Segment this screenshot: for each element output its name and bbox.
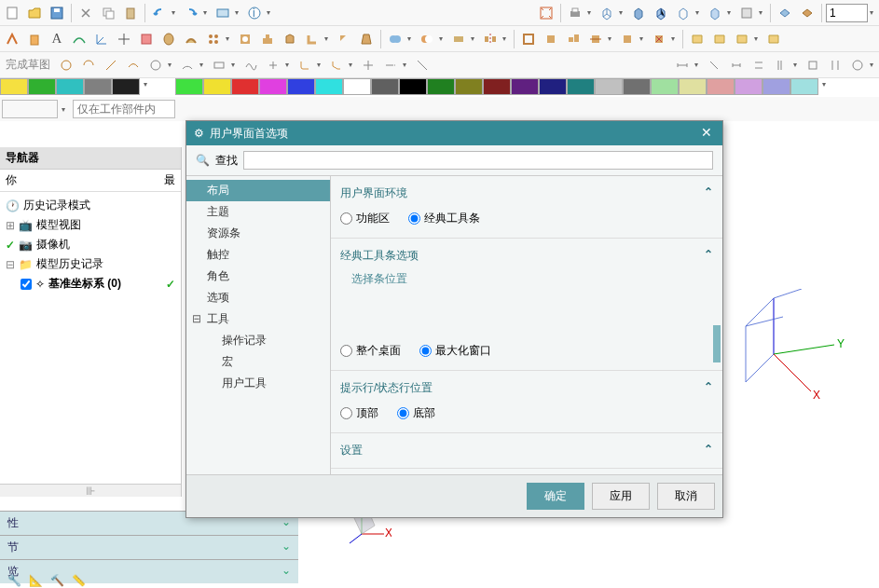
color-palecyan[interactable] — [790, 78, 818, 95]
color-black[interactable] — [112, 78, 140, 95]
radio-input[interactable] — [340, 345, 352, 357]
section-header[interactable]: 经典工具条选项 ⌃ — [340, 244, 713, 267]
sheet3-icon[interactable] — [732, 29, 752, 49]
radio-classic[interactable]: 经典工具条 — [408, 211, 480, 226]
dropdown[interactable]: ▾ — [608, 34, 615, 43]
tree-touch[interactable]: 触控 — [186, 244, 330, 266]
color-cyan[interactable] — [56, 78, 84, 95]
color-teal[interactable] — [567, 78, 595, 95]
apply-button[interactable]: 应用 — [592, 483, 650, 510]
color-olive[interactable] — [455, 78, 483, 95]
dropdown[interactable]: ▾ — [870, 61, 877, 69]
tree-layout[interactable]: 布局 — [186, 180, 330, 201]
copy-icon[interactable] — [98, 3, 118, 23]
tree-model-history[interactable]: ⊟ 📁 模型历史记录 — [2, 254, 179, 274]
accordion-panel-2[interactable]: 节 ⌄ — [0, 535, 298, 559]
line-icon[interactable] — [101, 55, 121, 75]
spline-icon[interactable] — [240, 55, 261, 75]
csys-checkbox[interactable] — [21, 279, 32, 290]
hole-icon[interactable] — [235, 29, 255, 49]
half-circle-icon[interactable] — [78, 55, 99, 75]
color-magenta[interactable] — [259, 78, 287, 95]
bottom-icon[interactable]: 🔧 — [7, 574, 21, 587]
color-gray[interactable] — [84, 78, 112, 95]
box-icon[interactable] — [136, 29, 157, 49]
dialog-titlebar[interactable]: ⚙ 用户界面首选项 ✕ — [186, 121, 722, 145]
clip-icon[interactable] — [775, 3, 795, 23]
dialog-scrollbar[interactable] — [713, 325, 721, 362]
tree-theme[interactable]: 主题 — [186, 201, 330, 223]
color-white[interactable] — [343, 78, 371, 95]
color-darkgray[interactable] — [371, 78, 399, 95]
dropdown[interactable]: ▾ — [471, 34, 478, 43]
revolve-icon[interactable] — [158, 29, 179, 49]
mirror-icon[interactable] — [480, 29, 501, 49]
color-brightgreen[interactable] — [175, 78, 203, 95]
dropdown[interactable]: ▾ — [403, 61, 410, 69]
dropdown[interactable]: ▾ — [754, 34, 762, 43]
color-lightgray[interactable] — [595, 78, 623, 95]
dropdown[interactable]: ▾ — [727, 8, 735, 17]
filter-input[interactable] — [73, 100, 175, 118]
thicken-icon[interactable] — [518, 29, 539, 49]
color-purple[interactable] — [511, 78, 539, 95]
color-salmon[interactable] — [707, 78, 735, 95]
point-icon[interactable] — [114, 29, 134, 49]
ok-button[interactable]: 确定 — [527, 483, 584, 510]
tree-op-record[interactable]: 操作记录 — [186, 330, 330, 351]
radio-input[interactable] — [340, 212, 352, 225]
sketch-icon[interactable] — [2, 29, 22, 49]
move-icon[interactable] — [585, 29, 606, 49]
dropdown[interactable]: ▾ — [226, 34, 233, 43]
dropdown[interactable]: ▾ — [267, 8, 274, 17]
dropdown[interactable]: ▾ — [695, 8, 703, 17]
dropdown[interactable]: ▾ — [639, 34, 647, 43]
color-red[interactable] — [231, 78, 259, 95]
constraint5-icon[interactable] — [803, 55, 823, 75]
expand-icon[interactable]: ⊟ — [6, 258, 15, 271]
sheet4-icon[interactable] — [763, 29, 784, 49]
radio-desktop[interactable]: 整个桌面 — [340, 343, 401, 359]
color-palegreen[interactable] — [651, 78, 679, 95]
color-yellow[interactable] — [0, 78, 28, 95]
section-header[interactable]: 设置 ⌃ — [340, 439, 713, 462]
redo-icon[interactable] — [181, 3, 201, 23]
axis-icon[interactable] — [91, 29, 112, 49]
section-header[interactable]: 用户界面环境 ⌃ — [340, 182, 713, 205]
radio-input[interactable] — [419, 345, 432, 357]
dropdown[interactable]: ▾ — [619, 8, 626, 17]
close-icon[interactable]: ✕ — [698, 125, 715, 142]
radio-input[interactable] — [340, 407, 352, 419]
chamfer-icon[interactable] — [334, 29, 354, 49]
blend-icon[interactable] — [302, 29, 323, 49]
dropdown[interactable]: ▾ — [285, 61, 293, 69]
radio-maxwin[interactable]: 最大化窗口 — [419, 343, 491, 359]
constraint2-icon[interactable] — [726, 55, 747, 75]
pattern-icon[interactable] — [203, 29, 224, 49]
info-icon[interactable]: i — [244, 3, 265, 23]
radio-ribbon[interactable]: 功能区 — [340, 211, 390, 226]
face-analysis-icon[interactable] — [705, 3, 725, 23]
tree-model-view[interactable]: ⊞ 📺 模型视图 — [2, 215, 179, 235]
dialog-search-input[interactable] — [243, 151, 713, 170]
layer-icon[interactable] — [736, 3, 757, 23]
dropdown[interactable]: ▾ — [231, 61, 239, 69]
radio-input[interactable] — [397, 407, 409, 419]
unite-icon[interactable] — [385, 29, 405, 49]
expand-icon[interactable]: ⊞ — [6, 219, 15, 232]
dropdown[interactable]: ▾ — [235, 8, 242, 17]
color-blue[interactable] — [287, 78, 315, 95]
color-paleyellow[interactable] — [679, 78, 707, 95]
new-file-icon[interactable] — [2, 3, 22, 23]
trim-icon[interactable] — [448, 29, 469, 49]
color-dropdown2[interactable]: ▾ — [818, 78, 826, 97]
tree-tools[interactable]: ⊟工具 — [186, 308, 330, 330]
trim2-icon[interactable] — [358, 55, 378, 75]
curve-icon[interactable] — [69, 29, 89, 49]
constraint3-icon[interactable] — [749, 55, 769, 75]
tree-macro[interactable]: 宏 — [186, 351, 330, 373]
color-paleblue[interactable] — [762, 78, 790, 95]
dropdown[interactable]: ▾ — [324, 34, 332, 43]
redo-dropdown[interactable]: ▾ — [203, 8, 211, 17]
save-icon[interactable] — [47, 3, 67, 23]
